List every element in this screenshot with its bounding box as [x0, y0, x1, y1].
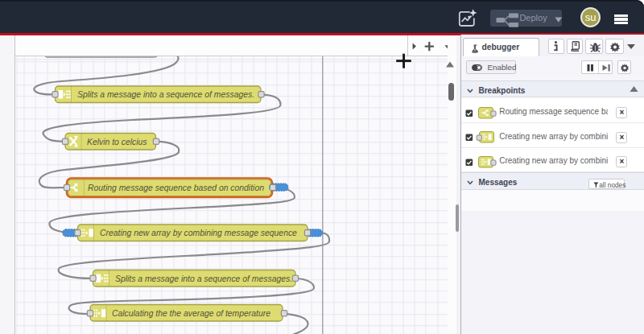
svg-text:Splits a message into a sequen: Splits a message into a sequence of mess… — [77, 90, 254, 99]
svg-text:Routing message sequence based: Routing message sequence based on condit… — [88, 183, 264, 192]
svg-text:Splits a message into a sequen: Splits a message into a sequence of mess… — [115, 274, 292, 282]
svg-text:Kelvin to celcius: Kelvin to celcius — [87, 137, 147, 146]
svg-text:Calculating the the average of: Calculating the the average of temperatu… — [112, 309, 270, 318]
svg-text:Creating new array by combinin: Creating new array by combining message … — [100, 229, 297, 237]
